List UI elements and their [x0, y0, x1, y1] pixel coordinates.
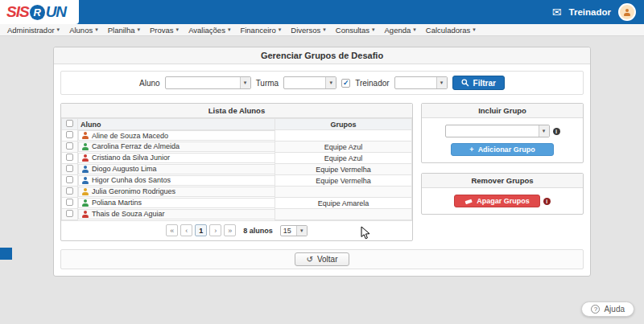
logo-text-sis: SIS [6, 3, 29, 21]
row-checkbox[interactable] [66, 187, 73, 195]
apagar-grupos-button[interactable]: Apagar Grupos [454, 195, 540, 207]
table-row[interactable]: Cristiano da Silva Junior Equipe Azul [62, 153, 412, 164]
page-last-button[interactable]: » [224, 224, 236, 236]
incluir-grupo-panel: Incluir Grupo ▾ i + Adicionar Grupo [421, 103, 584, 163]
chevron-down-icon: ▾ [279, 27, 282, 33]
turma-checkbox[interactable]: ✓ [341, 79, 350, 88]
menu-item[interactable]: Provas ▾ [145, 26, 184, 35]
students-tbody: Aline de Souza Macedo Carolina Ferraz de… [62, 130, 412, 220]
table-row[interactable]: Carolina Ferraz de Almeida Equipe Azul [62, 141, 412, 153]
page-prev-button[interactable]: ‹ [180, 224, 192, 236]
menu-item[interactable]: Planilha ▾ [103, 26, 145, 35]
ajuda-button[interactable]: ? Ajuda [581, 301, 634, 317]
aluno-select[interactable]: ▾ [165, 76, 251, 89]
chevron-down-icon: ▾ [413, 27, 416, 33]
logo-text-un: UN [46, 3, 66, 21]
avatar-person-icon [624, 9, 631, 16]
menu-item-label: Alunos [69, 26, 93, 35]
logo-r-badge: R [30, 5, 45, 20]
menu-item[interactable]: Consultas ▾ [331, 26, 380, 35]
page-1-button[interactable]: 1 [195, 224, 207, 236]
row-checkbox[interactable] [66, 176, 73, 183]
student-avatar-icon [81, 166, 89, 173]
row-checkbox[interactable] [66, 154, 73, 161]
menu-item-label: Financeiro [240, 26, 275, 35]
turma-label: Turma [256, 79, 279, 88]
menu-item[interactable]: Financeiro ▾ [235, 26, 286, 35]
treinador-select-value [395, 77, 436, 88]
filtrar-label: Filtrar [473, 79, 496, 88]
row-checkbox[interactable] [66, 131, 73, 138]
filter-toolbar: Aluno ▾ Turma ▾ ✓ Treinador ▾ Filtrar [60, 71, 584, 95]
voltar-button[interactable]: ↺ Voltar [295, 252, 350, 266]
chevron-down-icon: ▾ [473, 27, 476, 33]
student-group [275, 187, 412, 198]
topbar-right: ✉ Treinador [552, 3, 644, 21]
grupo-select[interactable]: ▾ [445, 125, 550, 137]
student-name: Thais de Souza Aguiar [92, 210, 165, 218]
row-checkbox[interactable] [66, 199, 73, 206]
student-avatar-icon [81, 199, 89, 207]
treinador-label: Treinador [355, 79, 389, 88]
paginator: « ‹ 1 › » 8 alunos 15 ▾ [61, 220, 412, 240]
chevron-down-icon: ▾ [176, 27, 180, 33]
student-name: Aline de Souza Macedo [92, 132, 168, 140]
table-row[interactable]: Diogo Augusto Lima Equipe Vermelha [62, 164, 412, 175]
menu-item[interactable]: Diversos ▾ [286, 26, 330, 35]
menu-item-label: Diversos [291, 26, 320, 35]
select-all-checkbox[interactable] [66, 120, 73, 127]
menu-item-label: Administrador [7, 26, 55, 35]
treinador-select[interactable]: ▾ [394, 76, 448, 89]
turma-select[interactable]: ▾ [283, 76, 336, 89]
menu-item[interactable]: Administrador ▾ [2, 26, 64, 35]
mail-icon[interactable]: ✉ [552, 6, 562, 18]
student-group: Equipe Amarela [275, 198, 412, 209]
student-avatar-icon [81, 132, 89, 139]
help-icon: ? [591, 305, 600, 314]
chevron-down-icon: ▾ [240, 77, 250, 88]
col-header-aluno[interactable]: Aluno [78, 119, 275, 130]
student-name: Poliana Martins [92, 199, 142, 207]
mouse-cursor [361, 226, 370, 240]
lista-alunos-title: Lista de Alunos [61, 104, 412, 118]
filtrar-button[interactable]: Filtrar [452, 76, 505, 90]
table-row[interactable]: Poliana Martins Equipe Amarela [62, 198, 412, 209]
row-checkbox[interactable] [66, 142, 73, 150]
table-row[interactable]: Julia Geronimo Rodrigues [62, 187, 412, 198]
table-row[interactable]: Higor Cunha dos Santos Equipe Vermelha [62, 175, 412, 187]
student-avatar-icon [81, 177, 89, 184]
bottom-left-widget-icon[interactable] [0, 248, 12, 260]
app-logo[interactable]: SIS R UN [0, 0, 79, 24]
aluno-select-value [166, 77, 240, 88]
check-icon: ✓ [343, 80, 349, 87]
info-icon[interactable]: i [553, 128, 560, 135]
menu-item[interactable]: Agenda ▾ [380, 26, 421, 35]
warning-icon[interactable]: i [543, 198, 551, 205]
students-table: Aluno Grupos Aline de Souza Macedo Carol… [61, 118, 412, 220]
row-checkbox[interactable] [66, 210, 73, 217]
chevron-down-icon: ▾ [95, 27, 98, 33]
page-size-select[interactable]: 15 ▾ [280, 225, 308, 236]
student-name: Higor Cunha dos Santos [92, 176, 171, 184]
menu-item[interactable]: Calculadoras ▾ [421, 26, 481, 35]
student-group: Equipe Azul [275, 141, 412, 153]
table-row[interactable]: Thais de Souza Aguiar [62, 209, 412, 220]
aluno-label: Aluno [139, 79, 160, 88]
search-icon [461, 79, 469, 87]
ajuda-label: Ajuda [604, 305, 625, 314]
menu-item-label: Provas [150, 26, 174, 35]
adicionar-grupo-button[interactable]: + Adicionar Grupo [451, 143, 554, 156]
grupo-select-value [446, 125, 539, 137]
menu-item[interactable]: Avaliações ▾ [184, 26, 235, 35]
menu-item[interactable]: Alunos ▾ [64, 26, 103, 35]
col-header-grupos[interactable]: Grupos [275, 119, 412, 130]
page-first-button[interactable]: « [166, 224, 178, 236]
page-next-button[interactable]: › [209, 224, 221, 236]
incluir-grupo-title: Incluir Grupo [422, 104, 583, 118]
main-panel: Gerenciar Grupos de Desafio Aluno ▾ Turm… [53, 47, 591, 277]
menu-item-label: Consultas [336, 26, 369, 35]
row-checkbox[interactable] [66, 165, 73, 172]
avatar[interactable] [618, 3, 636, 21]
student-avatar-icon [81, 154, 89, 162]
table-row[interactable]: Aline de Souza Macedo [62, 130, 412, 141]
